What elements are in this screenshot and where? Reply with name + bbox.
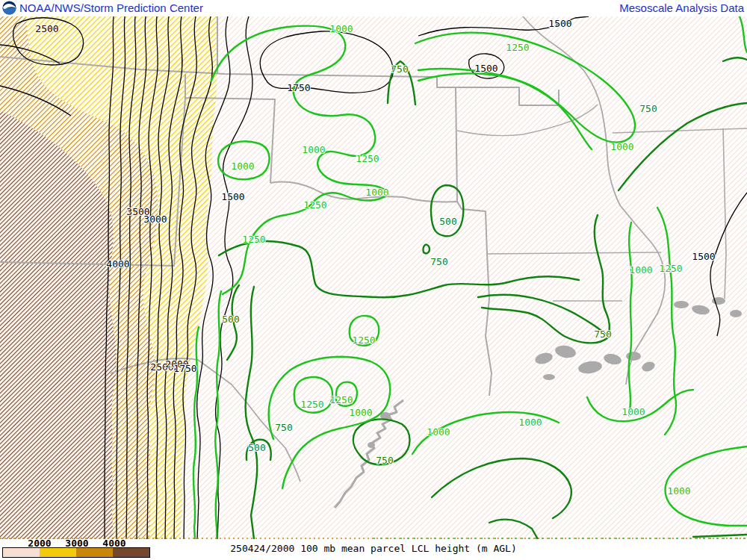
contour-label-1000: 1000 — [667, 485, 690, 497]
contour-label-1250: 1250 — [329, 394, 353, 405]
contour-label-1500: 1500 — [692, 251, 715, 262]
contour-label-1250: 1250 — [506, 42, 529, 53]
contour-label-750: 750 — [376, 455, 393, 466]
contour-label-1000: 1000 — [427, 426, 450, 438]
contour-label-1750: 1750 — [173, 363, 196, 374]
contour-label-1000: 1000 — [622, 406, 645, 417]
contour-label-1500: 1500 — [548, 18, 571, 29]
contour-label-1250: 1250 — [300, 399, 323, 410]
contour-label-1750: 1750 — [287, 82, 310, 93]
contour-label-2500: 2500 — [35, 23, 58, 34]
map-caption: 250424/2000 100 mb mean parcel LCL heigh… — [0, 543, 747, 554]
fill-shading — [0, 16, 747, 539]
contour-label-3000: 3000 — [143, 214, 167, 225]
contour-label-1250: 1250 — [303, 199, 326, 211]
contour-label-1000: 1000 — [610, 141, 633, 152]
contour-label-750: 750 — [594, 329, 611, 340]
lcl-height-contour-map: 2500150017501500150035003000400015002500… — [0, 16, 747, 539]
contour-label-500: 500 — [439, 216, 456, 227]
contour-label-1500: 1500 — [221, 191, 244, 202]
contour-label-1000: 1000 — [329, 23, 353, 34]
contour-label-1250: 1250 — [659, 263, 682, 274]
page-header: NOAA/NWS/Storm Prediction Center Mesosca… — [0, 0, 747, 16]
contour-label-1250: 1250 — [356, 153, 379, 164]
contour-label-1000: 1000 — [231, 161, 254, 172]
contour-label-1000: 1000 — [629, 264, 652, 276]
noaa-logo[interactable] — [2, 1, 16, 15]
spc-site-title-link[interactable]: NOAA/NWS/Storm Prediction Center — [19, 1, 203, 14]
contour-label-1250: 1250 — [352, 335, 375, 346]
contour-label-750: 750 — [430, 256, 447, 267]
page-title-mesoscale-analysis[interactable]: Mesoscale Analysis Data — [619, 1, 744, 14]
contour-label-750: 750 — [275, 422, 292, 433]
contour-label-750: 750 — [391, 63, 408, 75]
contour-label-500: 500 — [222, 314, 239, 325]
contour-label-750: 750 — [639, 103, 657, 114]
contour-label-1000: 1000 — [518, 417, 542, 428]
contour-label-1250: 1250 — [242, 234, 265, 245]
contour-label-1000: 1000 — [365, 187, 388, 198]
contour-label-1500: 1500 — [474, 63, 498, 74]
map-footer: 200030004000 250424/2000 100 mb mean par… — [0, 539, 747, 560]
mesoanalysis-map: 2500150017501500150035003000400015002500… — [0, 16, 747, 539]
contour-label-1000: 1000 — [302, 144, 325, 155]
contour-label-1000: 1000 — [349, 407, 372, 418]
contour-label-4000: 4000 — [106, 258, 129, 270]
contour-label-500: 500 — [248, 442, 265, 453]
